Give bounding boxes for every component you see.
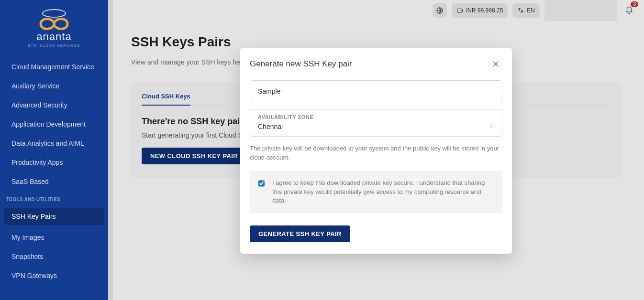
sidebar-item-label: SaaS Based [11,178,49,185]
app-root: ananta STPI CLOUD SERVICES Cloud Managem… [0,0,644,300]
close-button[interactable] [489,57,502,71]
modal-overlay[interactable]: Generate new SSH Key pair AVAILABILITY Z… [108,0,644,300]
button-label: GENERATE SSH KEY PAIR [258,230,342,237]
key-name-input[interactable] [258,87,494,95]
sidebar-item-label: My Images [11,234,44,241]
sidebar-item-label: SSH Key Pairs [11,213,56,220]
sidebar-item-label: Snapshots [11,253,43,260]
sidebar-item-advanced-security[interactable]: Advanced Security [0,96,108,115]
sidebar-item-vpn-gateways[interactable]: VPN Gateways [0,266,108,285]
sidebar-item-label: Cloud Management Service [11,63,94,71]
sidebar-item-label: Auxilary Service [11,82,59,90]
sidebar-item-application-development[interactable]: Application Development [0,115,108,134]
brand-logo: ananta STPI CLOUD SERVICES [0,0,108,55]
acknowledgement-checkbox[interactable] [258,180,265,187]
sidebar-item-snapshots[interactable]: Snapshots [0,247,108,266]
chevron-down-icon [489,124,494,129]
sidebar-item-label: Data Analytics and AIML [11,139,84,147]
key-name-field[interactable] [250,80,502,102]
sidebar-item-label: Application Development [11,120,86,128]
modal-title: Generate new SSH Key pair [250,59,352,69]
sidebar-section-tools: TOOLS AND UTILITIES [0,191,108,205]
sidebar-item-cloud-management[interactable]: Cloud Management Service [0,57,108,76]
sidebar-item-label: VPN Gateways [11,272,57,279]
sidebar-item-productivity-apps[interactable]: Productivity Apps [0,153,108,172]
sidebar-item-ssh-key-pairs[interactable]: SSH Key Pairs [4,208,104,225]
acknowledgement-text: I agree to keep this downloaded private … [272,179,494,206]
sidebar-item-label: Productivity Apps [11,159,63,166]
modal-helper-text: The private key will be downloaded to yo… [250,144,502,162]
sidebar-item-data-analytics-aiml[interactable]: Data Analytics and AIML [0,134,108,153]
svg-point-0 [43,10,66,17]
sidebar-item-my-images[interactable]: My Images [0,228,108,247]
generate-ssh-key-button[interactable]: GENERATE SSH KEY PAIR [250,225,350,242]
availability-zone-select[interactable]: AVAILABILITY ZONE Chennai [250,109,502,137]
zone-value: Chennai [258,123,283,130]
modal-header: Generate new SSH Key pair [250,57,502,76]
infinity-logo-icon: ananta STPI CLOUD SERVICES [21,7,88,50]
sidebar-item-auxilary-service[interactable]: Auxilary Service [0,76,108,96]
modal-actions: GENERATE SSH KEY PAIR [250,225,502,242]
close-icon [492,60,500,68]
zone-label: AVAILABILITY ZONE [258,114,494,120]
acknowledgement-box: I agree to keep this downloaded private … [250,171,502,214]
sidebar-item-label: Advanced Security [11,101,67,109]
brand-tagline: STPI CLOUD SERVICES [28,44,80,47]
main-area: INR 99,998.25 EN 3 SSH Keys Pairs View a… [108,0,644,300]
sidebar-nav: Cloud Management Service Auxilary Servic… [0,55,108,293]
generate-ssh-key-modal: Generate new SSH Key pair AVAILABILITY Z… [240,48,512,254]
brand-name: ananta [36,31,71,43]
sidebar-item-saas-based[interactable]: SaaS Based [0,172,108,191]
sidebar: ananta STPI CLOUD SERVICES Cloud Managem… [0,0,108,300]
